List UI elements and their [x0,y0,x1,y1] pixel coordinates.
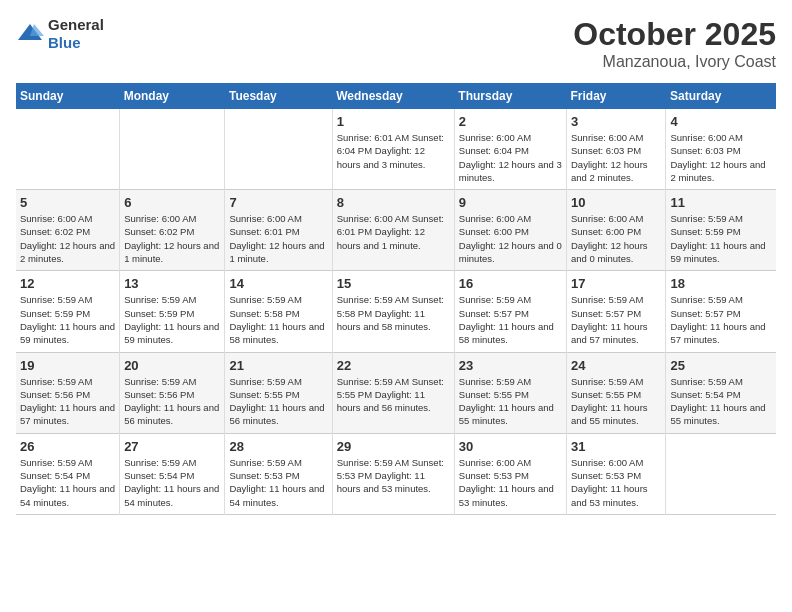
calendar-cell: 18Sunrise: 5:59 AM Sunset: 5:57 PM Dayli… [666,271,776,352]
calendar-cell: 9Sunrise: 6:00 AM Sunset: 6:00 PM Daylig… [454,190,566,271]
calendar-week-row: 19Sunrise: 5:59 AM Sunset: 5:56 PM Dayli… [16,352,776,433]
calendar-cell: 29Sunrise: 5:59 AM Sunset: 5:53 PM Dayli… [332,433,454,514]
calendar-cell: 26Sunrise: 5:59 AM Sunset: 5:54 PM Dayli… [16,433,120,514]
day-number: 23 [459,358,562,373]
day-number: 26 [20,439,115,454]
logo-icon [16,20,44,48]
day-number: 29 [337,439,450,454]
day-number: 7 [229,195,327,210]
logo: General Blue [16,16,104,52]
logo-text: General Blue [48,16,104,52]
day-number: 31 [571,439,661,454]
day-info: Sunrise: 5:59 AM Sunset: 5:58 PM Dayligh… [229,293,327,346]
weekday-header: Thursday [454,83,566,109]
day-info: Sunrise: 5:59 AM Sunset: 5:57 PM Dayligh… [571,293,661,346]
day-info: Sunrise: 5:59 AM Sunset: 5:55 PM Dayligh… [459,375,562,428]
calendar-cell: 17Sunrise: 5:59 AM Sunset: 5:57 PM Dayli… [566,271,665,352]
calendar-cell: 3Sunrise: 6:00 AM Sunset: 6:03 PM Daylig… [566,109,665,190]
calendar-cell: 6Sunrise: 6:00 AM Sunset: 6:02 PM Daylig… [120,190,225,271]
day-info: Sunrise: 5:59 AM Sunset: 5:56 PM Dayligh… [124,375,220,428]
calendar-cell: 23Sunrise: 5:59 AM Sunset: 5:55 PM Dayli… [454,352,566,433]
calendar-cell: 25Sunrise: 5:59 AM Sunset: 5:54 PM Dayli… [666,352,776,433]
calendar-cell: 14Sunrise: 5:59 AM Sunset: 5:58 PM Dayli… [225,271,332,352]
day-number: 11 [670,195,772,210]
day-number: 28 [229,439,327,454]
day-number: 13 [124,276,220,291]
svg-marker-1 [30,24,44,36]
weekday-header: Saturday [666,83,776,109]
day-number: 17 [571,276,661,291]
calendar-cell: 19Sunrise: 5:59 AM Sunset: 5:56 PM Dayli… [16,352,120,433]
calendar-cell: 16Sunrise: 5:59 AM Sunset: 5:57 PM Dayli… [454,271,566,352]
day-number: 20 [124,358,220,373]
day-info: Sunrise: 6:00 AM Sunset: 6:01 PM Dayligh… [337,212,450,252]
calendar-cell [666,433,776,514]
day-info: Sunrise: 5:59 AM Sunset: 5:55 PM Dayligh… [337,375,450,415]
calendar-cell: 11Sunrise: 5:59 AM Sunset: 5:59 PM Dayli… [666,190,776,271]
day-number: 22 [337,358,450,373]
day-info: Sunrise: 5:59 AM Sunset: 5:59 PM Dayligh… [670,212,772,265]
calendar-cell: 30Sunrise: 6:00 AM Sunset: 5:53 PM Dayli… [454,433,566,514]
day-info: Sunrise: 6:00 AM Sunset: 6:02 PM Dayligh… [124,212,220,265]
day-info: Sunrise: 6:00 AM Sunset: 6:04 PM Dayligh… [459,131,562,184]
calendar-cell: 7Sunrise: 6:00 AM Sunset: 6:01 PM Daylig… [225,190,332,271]
day-info: Sunrise: 5:59 AM Sunset: 5:58 PM Dayligh… [337,293,450,333]
calendar-cell: 15Sunrise: 5:59 AM Sunset: 5:58 PM Dayli… [332,271,454,352]
weekday-header: Sunday [16,83,120,109]
day-info: Sunrise: 6:00 AM Sunset: 6:00 PM Dayligh… [571,212,661,265]
day-number: 5 [20,195,115,210]
calendar-cell: 1Sunrise: 6:01 AM Sunset: 6:04 PM Daylig… [332,109,454,190]
calendar-cell: 5Sunrise: 6:00 AM Sunset: 6:02 PM Daylig… [16,190,120,271]
calendar-cell: 20Sunrise: 5:59 AM Sunset: 5:56 PM Dayli… [120,352,225,433]
calendar-week-row: 12Sunrise: 5:59 AM Sunset: 5:59 PM Dayli… [16,271,776,352]
day-info: Sunrise: 6:00 AM Sunset: 6:03 PM Dayligh… [571,131,661,184]
calendar-cell: 4Sunrise: 6:00 AM Sunset: 6:03 PM Daylig… [666,109,776,190]
calendar-cell: 21Sunrise: 5:59 AM Sunset: 5:55 PM Dayli… [225,352,332,433]
calendar-cell: 31Sunrise: 6:00 AM Sunset: 5:53 PM Dayli… [566,433,665,514]
day-number: 12 [20,276,115,291]
calendar-cell: 27Sunrise: 5:59 AM Sunset: 5:54 PM Dayli… [120,433,225,514]
weekday-header: Tuesday [225,83,332,109]
calendar-cell [120,109,225,190]
calendar-cell: 28Sunrise: 5:59 AM Sunset: 5:53 PM Dayli… [225,433,332,514]
day-info: Sunrise: 6:01 AM Sunset: 6:04 PM Dayligh… [337,131,450,171]
day-number: 2 [459,114,562,129]
day-number: 18 [670,276,772,291]
calendar-cell: 2Sunrise: 6:00 AM Sunset: 6:04 PM Daylig… [454,109,566,190]
calendar-cell: 24Sunrise: 5:59 AM Sunset: 5:55 PM Dayli… [566,352,665,433]
day-number: 3 [571,114,661,129]
day-info: Sunrise: 5:59 AM Sunset: 5:59 PM Dayligh… [124,293,220,346]
calendar-cell: 8Sunrise: 6:00 AM Sunset: 6:01 PM Daylig… [332,190,454,271]
day-info: Sunrise: 5:59 AM Sunset: 5:56 PM Dayligh… [20,375,115,428]
day-number: 14 [229,276,327,291]
day-info: Sunrise: 6:00 AM Sunset: 6:01 PM Dayligh… [229,212,327,265]
day-number: 4 [670,114,772,129]
day-info: Sunrise: 5:59 AM Sunset: 5:55 PM Dayligh… [571,375,661,428]
day-info: Sunrise: 5:59 AM Sunset: 5:53 PM Dayligh… [337,456,450,496]
day-number: 19 [20,358,115,373]
day-info: Sunrise: 5:59 AM Sunset: 5:54 PM Dayligh… [124,456,220,509]
day-number: 6 [124,195,220,210]
calendar-cell [225,109,332,190]
calendar-cell: 13Sunrise: 5:59 AM Sunset: 5:59 PM Dayli… [120,271,225,352]
location-subtitle: Manzanoua, Ivory Coast [573,53,776,71]
logo-blue-text: Blue [48,34,104,52]
day-number: 27 [124,439,220,454]
weekday-header: Friday [566,83,665,109]
weekday-header-row: SundayMondayTuesdayWednesdayThursdayFrid… [16,83,776,109]
day-info: Sunrise: 6:00 AM Sunset: 5:53 PM Dayligh… [459,456,562,509]
day-info: Sunrise: 6:00 AM Sunset: 6:03 PM Dayligh… [670,131,772,184]
day-info: Sunrise: 6:00 AM Sunset: 5:53 PM Dayligh… [571,456,661,509]
title-block: October 2025 Manzanoua, Ivory Coast [573,16,776,71]
calendar-cell: 12Sunrise: 5:59 AM Sunset: 5:59 PM Dayli… [16,271,120,352]
day-info: Sunrise: 5:59 AM Sunset: 5:54 PM Dayligh… [20,456,115,509]
day-info: Sunrise: 5:59 AM Sunset: 5:59 PM Dayligh… [20,293,115,346]
day-info: Sunrise: 5:59 AM Sunset: 5:55 PM Dayligh… [229,375,327,428]
day-number: 10 [571,195,661,210]
day-info: Sunrise: 5:59 AM Sunset: 5:57 PM Dayligh… [670,293,772,346]
day-number: 9 [459,195,562,210]
day-number: 25 [670,358,772,373]
page-header: General Blue October 2025 Manzanoua, Ivo… [16,16,776,71]
day-info: Sunrise: 6:00 AM Sunset: 6:02 PM Dayligh… [20,212,115,265]
day-info: Sunrise: 5:59 AM Sunset: 5:53 PM Dayligh… [229,456,327,509]
